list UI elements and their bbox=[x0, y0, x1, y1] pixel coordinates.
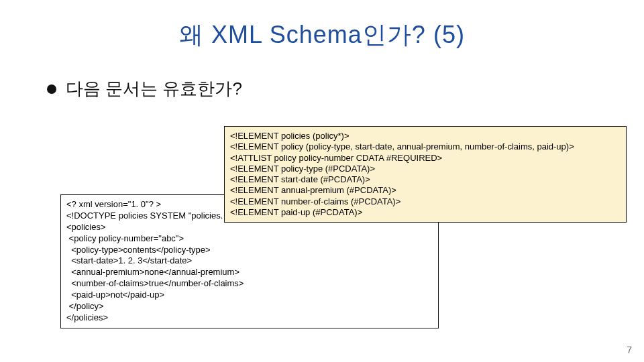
bullet-text: 다음 문서는 유효한가? bbox=[66, 77, 242, 101]
page-number: 7 bbox=[627, 345, 632, 355]
slide-title: 왜 XML Schema인가? (5) bbox=[0, 19, 644, 52]
dtd-code-box: <!ELEMENT policies (policy*)> <!ELEMENT … bbox=[224, 126, 627, 223]
bullet-icon bbox=[47, 84, 56, 94]
bullet-row: 다음 문서는 유효한가? bbox=[47, 77, 644, 101]
